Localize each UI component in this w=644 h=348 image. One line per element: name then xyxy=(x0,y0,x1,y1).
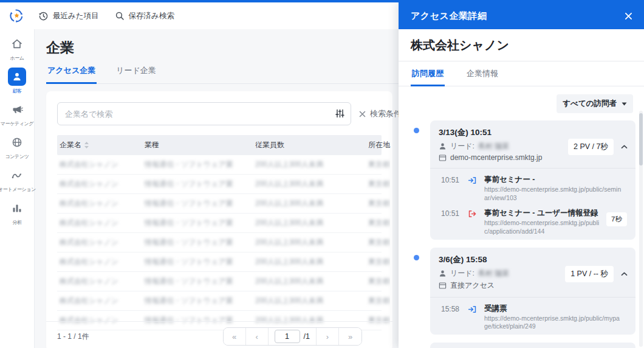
visit-date: 3/13(金) 10:51 xyxy=(439,127,627,138)
saved-search-button[interactable]: 保存済み検索 xyxy=(115,11,174,21)
visit-controls: 2 PV / 7秒 xyxy=(568,139,628,155)
table-cell: 株式会社シャノン xyxy=(57,175,142,193)
chevron-up-icon[interactable] xyxy=(620,143,628,151)
table-cell-text: 株式会社シャノン xyxy=(60,257,118,266)
table-row[interactable]: 株式会社シャノン情報通信・ソフトウェア業200人以上300人未満東京都 xyxy=(57,252,382,272)
page-time: 10:51 xyxy=(441,208,468,218)
page-indicator: /1 xyxy=(269,328,317,345)
table-cell: 情報通信・ソフトウェア業 xyxy=(142,155,253,174)
sidebar-item-label: マーケティング xyxy=(1,120,33,127)
panel-scrollbar-thumb[interactable] xyxy=(639,113,643,165)
table-cell-text: 東京都 xyxy=(368,218,390,227)
table-cell-text: 200人以上300人未満 xyxy=(255,277,323,285)
page-title-text: 事前セミナー - xyxy=(484,175,622,185)
column-header[interactable]: 企業名 xyxy=(57,135,142,155)
page-number-input[interactable] xyxy=(275,330,300,343)
table-row[interactable]: 株式会社シャノン情報通信・ソフトウェア業200人以上300人未満東京都 xyxy=(57,233,382,252)
table-cell: 株式会社シャノン xyxy=(57,272,142,291)
page-title-text: 事前セミナー - ユーザー情報登録 xyxy=(484,208,601,218)
table-cell: 情報通信・ソフトウェア業 xyxy=(142,233,253,252)
page-url[interactable]: https://demo-mcenterprise.smktg.jp/publi… xyxy=(484,315,622,331)
page-url[interactable]: https://demo-mcenterprise.smktg.jp/publi… xyxy=(484,219,601,235)
table-cell: 株式会社シャノン xyxy=(57,233,142,252)
visit-entry: 3/3(火) 10:39リード:長村 陽菜demo-mcenterprise.s… xyxy=(409,343,635,348)
sidebar-icon-wrap xyxy=(8,100,26,119)
table-row[interactable]: 株式会社シャノン情報通信・ソフトウェア業200人以上300人未満東京都 xyxy=(57,194,382,214)
table-cell-text: 東京都 xyxy=(368,316,390,324)
timeline-dot xyxy=(414,128,419,133)
panel-close-button[interactable] xyxy=(624,12,633,21)
sidebar-icon-wrap xyxy=(8,133,26,151)
home-icon xyxy=(11,38,23,50)
page-url[interactable]: https://demo-mcenterprise.smktg.jp/publi… xyxy=(484,186,622,202)
sidebar-item-marketing[interactable]: マーケティング xyxy=(0,100,34,127)
visit-stats-badge: 1 PV / -- 秒 xyxy=(565,266,614,282)
sidebar-item-analytics[interactable]: 分析 xyxy=(0,199,34,226)
panel-tab[interactable]: 訪問履歴 xyxy=(411,61,445,86)
table-row[interactable]: 株式会社シャノン情報通信・ソフトウェア業200人以上300人未満東京都 xyxy=(57,291,382,311)
last-page-button[interactable]: » xyxy=(339,328,361,345)
table-cell: 200人以上300人未満 xyxy=(253,214,366,232)
table-row[interactable]: 株式会社シャノン情報通信・ソフトウェア業200人以上300人未満東京都 xyxy=(57,272,382,291)
sidebar-item-home[interactable]: ホーム xyxy=(0,35,34,61)
panel-tabs: 訪問履歴企業情報 xyxy=(399,61,644,86)
page-total-label: /1 xyxy=(304,332,310,341)
table-header-row: 企業名業種従業員数所在地 xyxy=(57,135,382,155)
visit-entry: 3/6(金) 15:58リード:長村 陽菜直接アクセス1 PV / -- 秒15… xyxy=(409,248,635,335)
page-info: 事前セミナー - ユーザー情報登録https://demo-mcenterpri… xyxy=(484,208,606,235)
table-row[interactable]: 株式会社シャノン情報通信・ソフトウェア業200人以上300人未満東京都 xyxy=(57,175,382,194)
page-view-row: 10:51事前セミナー - ユーザー情報登録https://demo-mcent… xyxy=(439,208,627,235)
table-cell-text: 情報通信・ソフトウェア業 xyxy=(145,199,233,207)
next-page-button[interactable]: › xyxy=(317,328,339,345)
table-cell-text: 200人以上300人未満 xyxy=(255,238,323,246)
chevron-up-icon[interactable] xyxy=(620,270,628,278)
sidebar-item-label: 顧客 xyxy=(12,88,21,94)
company-search-input[interactable] xyxy=(57,102,351,125)
table-cell-text: 200人以上300人未満 xyxy=(255,179,323,188)
table-cell-text: 株式会社シャノン xyxy=(60,160,118,169)
sidebar-item-label: ホーム xyxy=(10,55,24,61)
table-row[interactable]: 株式会社シャノン情報通信・ソフトウェア業200人以上300人未満東京都 xyxy=(57,155,382,175)
table-cell-text: 200人以上300人未満 xyxy=(255,199,323,207)
page-info: 受講票https://demo-mcenterprise.smktg.jp/pu… xyxy=(484,304,627,331)
first-page-button[interactable]: « xyxy=(224,328,246,345)
timeline-dot xyxy=(414,255,419,260)
recent-items-button[interactable]: 最近みた項目 xyxy=(38,11,99,21)
visit-entry: 3/13(金) 10:51リード:長村 陽菜demo-mcenterprise.… xyxy=(409,120,635,240)
panel-tab[interactable]: 企業情報 xyxy=(465,61,499,86)
search-row: 検索条件クリア xyxy=(57,102,446,125)
page-time: 10:51 xyxy=(441,175,468,184)
filter-tune-icon[interactable] xyxy=(335,108,345,119)
table-cell: 東京都 xyxy=(366,214,390,232)
table-cell: 東京都 xyxy=(366,272,390,291)
tune-icon xyxy=(335,108,345,119)
sidebar-item-label: 分析 xyxy=(12,219,21,226)
page-view-row: 15:58受講票https://demo-mcenterprise.smktg.… xyxy=(439,304,627,331)
visitor-filter-row: すべての訪問者 xyxy=(399,86,644,117)
main-tab[interactable]: リード企業 xyxy=(115,65,157,83)
column-header: 従業員数 xyxy=(253,135,366,155)
table-cell-text: 株式会社シャノン xyxy=(60,199,118,207)
sidebar-item-content[interactable]: コンテンツ xyxy=(0,133,34,160)
sidebar-icon-wrap xyxy=(8,166,26,184)
column-header: 所在地 xyxy=(366,135,390,155)
sidebar-item-customers[interactable]: 顧客 xyxy=(0,68,34,94)
table-cell: 情報通信・ソフトウェア業 xyxy=(142,194,253,213)
history-icon xyxy=(38,11,49,21)
timeline-dot-column xyxy=(409,120,430,240)
prev-page-button[interactable]: ‹ xyxy=(246,328,269,345)
main-tab[interactable]: アクセス企業 xyxy=(46,65,97,84)
visitor-filter-dropdown[interactable]: すべての訪問者 xyxy=(557,94,633,113)
table-cell-text: 情報通信・ソフトウェア業 xyxy=(145,316,233,324)
table-cell: 情報通信・ソフトウェア業 xyxy=(142,214,253,232)
table-cell-text: 200人以上300人未満 xyxy=(255,218,323,227)
table-cell: 情報通信・ソフトウェア業 xyxy=(142,175,253,193)
close-icon xyxy=(358,110,366,118)
sidebar-item-automation[interactable]: オートメーション xyxy=(0,166,34,193)
table-row[interactable]: 株式会社シャノン情報通信・ソフトウェア業200人以上300人未満東京都 xyxy=(57,214,382,233)
table-cell: 情報通信・ソフトウェア業 xyxy=(142,291,253,310)
table-cell-text: 株式会社シャノン xyxy=(60,277,118,285)
page-duration-badge: 7秒 xyxy=(606,212,627,226)
column-header-label: 従業員数 xyxy=(255,140,284,150)
automation-icon xyxy=(11,169,23,181)
